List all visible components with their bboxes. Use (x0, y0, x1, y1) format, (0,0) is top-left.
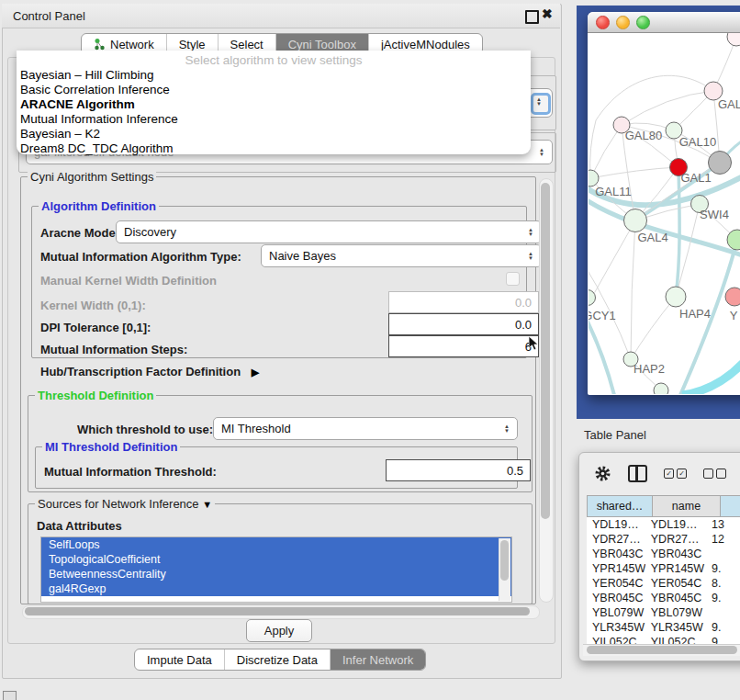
gear-icon[interactable] (594, 465, 611, 482)
minimize-traffic-light-icon[interactable] (616, 16, 630, 29)
kernel-width-label: Kernel Width (0,1): (40, 299, 146, 312)
column-header[interactable]: shared… (587, 495, 653, 517)
aracne-mode-label: Aracne Mode: (40, 226, 119, 240)
network-edge[interactable] (631, 297, 676, 359)
apply-button[interactable]: Apply (246, 619, 312, 642)
network-canvas[interactable]: GALGAL80GAL10GAL1GAL11SWI4GAL4GCY1HAP4YH… (589, 33, 740, 394)
threshold-definition-label: Threshold Definition (35, 389, 156, 402)
sources-expander[interactable]: Sources for Network Inference ▼ (35, 497, 215, 511)
algorithm-combobox-arrows[interactable]: ▲▼ (531, 93, 551, 115)
scrollbar-thumb[interactable] (541, 183, 550, 519)
network-node-salmon-node[interactable] (725, 288, 740, 306)
network-node-label: GAL (718, 97, 740, 111)
network-view-window[interactable]: GALGAL80GAL10GAL1GAL11SWI4GAL4GCY1HAP4YH… (588, 12, 740, 395)
mi-steps-field[interactable]: 6 (388, 335, 539, 357)
spinner-arrows-icon: ▲▼ (528, 252, 533, 261)
which-threshold-combobox[interactable]: MI Threshold ▲▼ (213, 417, 518, 440)
table-row[interactable]: YLR345WYLR345W9. (587, 620, 740, 635)
algorithm-option[interactable]: Mutual Information Inference (17, 112, 531, 127)
table-row[interactable]: YBL079WYBL079W (587, 605, 740, 620)
table-cell: 9. (706, 620, 740, 635)
algorithm-dropdown-popup: Select algorithm to view settings Bayesi… (17, 51, 531, 154)
dock-mini-button[interactable] (3, 691, 17, 700)
control-panel-titlebar (2, 4, 560, 28)
network-edge[interactable] (590, 125, 622, 178)
table-cell: 8. (706, 576, 740, 591)
mi-threshold-field[interactable]: 0.5 (386, 459, 531, 481)
kernel-width-field[interactable]: 0.0 (388, 291, 539, 313)
algorithm-definition-label: Algorithm Definition (39, 199, 159, 213)
mi-algorithm-type-combobox[interactable]: Naive Bayes ▲▼ (261, 244, 542, 267)
dpi-tolerance-label: DPI Tolerance [0,1]: (40, 321, 151, 334)
control-panel-title: Control Panel (13, 9, 85, 23)
tab-discretize-data[interactable]: Discretize Data (225, 649, 331, 670)
data-attributes-label: Data Attributes (37, 519, 122, 533)
dpi-tolerance-value: 0.0 (515, 318, 532, 332)
table-cell: YPR145W (645, 561, 706, 576)
which-threshold-label: Which threshold to use: (77, 423, 213, 436)
dpi-tolerance-field[interactable]: 0.0 (388, 313, 539, 335)
deselect-all-icon[interactable] (703, 469, 726, 479)
network-node-GAL4[interactable] (624, 209, 647, 232)
network-node-label: GAL11 (595, 185, 632, 198)
network-edge[interactable] (676, 167, 679, 297)
list-vertical-scrollbar[interactable] (499, 538, 510, 601)
network-node-top-partial[interactable] (727, 33, 740, 46)
spinner-arrows-icon: ▲▼ (539, 148, 544, 157)
network-edge[interactable] (596, 75, 713, 120)
scrollbar-thumb[interactable] (500, 540, 509, 581)
settings-vertical-scrollbar[interactable] (539, 178, 554, 603)
data-attribute-item[interactable]: SelfLoops (41, 537, 511, 552)
network-edge[interactable] (622, 91, 713, 125)
table-cell: YLR345W (587, 620, 645, 635)
float-window-icon[interactable] (525, 10, 539, 24)
spinner-arrows-icon: ▲▼ (528, 228, 533, 237)
tab-infer-network[interactable]: Infer Network (331, 649, 425, 670)
column-header[interactable] (721, 495, 740, 517)
network-node-label: HAP2 (633, 362, 665, 376)
close-traffic-light-icon[interactable] (596, 16, 610, 29)
network-node-bottom-small[interactable] (654, 383, 668, 394)
kernel-width-value: 0.0 (515, 296, 532, 310)
expander-right-arrow-icon: ▶ (252, 367, 259, 378)
manual-kernel-width-checkbox[interactable] (506, 272, 520, 286)
data-attribute-item[interactable]: TopologicalCoefficient (41, 552, 511, 567)
column-header[interactable]: name (653, 495, 721, 517)
algorithm-option[interactable]: Basic Correlation Inference (17, 83, 531, 97)
network-node-HAP4[interactable] (666, 287, 686, 307)
table-row[interactable]: YER054CYER054C8. (587, 576, 740, 591)
scrollbar-thumb[interactable] (587, 646, 737, 654)
select-all-icon[interactable]: ✓✓ (664, 469, 687, 479)
network-edge[interactable] (631, 220, 635, 359)
tab-impute-data[interactable]: Impute Data (135, 649, 225, 670)
data-attribute-item[interactable]: BetweennessCentrality (41, 567, 511, 581)
table-horizontal-scrollbar[interactable] (583, 644, 740, 656)
close-icon[interactable]: ✖ (542, 6, 553, 21)
table-row[interactable]: YDL19…YDL19…13 (587, 517, 740, 532)
table-row[interactable]: YBR045CYBR045C9. (587, 591, 740, 605)
aracne-mode-combobox[interactable]: Discovery ▲▼ (116, 220, 542, 243)
algorithm-option[interactable]: Bayesian – K2 (17, 127, 531, 141)
table-row[interactable]: YIL052CYIL052C9. (587, 635, 740, 644)
hub-definition-expander[interactable]: Hub/Transcription Factor Definition ▶ (40, 365, 259, 378)
spinner-arrows-icon: ▲▼ (536, 97, 548, 107)
table-cell (706, 605, 740, 620)
network-node-gray-node[interactable] (709, 152, 732, 175)
zoom-traffic-light-icon[interactable] (636, 16, 650, 29)
table-cell: YIL052C (645, 635, 706, 644)
algorithm-option[interactable]: ARACNE Algorithm (17, 97, 531, 112)
table-row[interactable]: YDR27…YDR27…12 (587, 532, 740, 547)
data-attributes-list[interactable]: SelfLoopsTopologicalCoefficientBetweenne… (40, 536, 512, 603)
columns-icon[interactable] (628, 465, 647, 482)
algorithm-option[interactable]: Dream8 DC_TDC Algorithm (17, 141, 531, 156)
network-edge[interactable] (590, 167, 678, 178)
scrollbar-thumb[interactable] (25, 607, 530, 615)
table-panel-window: ✓✓ shared…name YDL19…YDL19…13YDR27…YDR27… (578, 452, 740, 661)
table-row[interactable]: YBR043CYBR043C (587, 547, 740, 561)
table-body: YDL19…YDL19…13YDR27…YDR27…12YBR043CYBR04… (587, 517, 740, 644)
algorithm-option[interactable]: Bayesian – Hill Climbing (17, 68, 531, 83)
data-attribute-item[interactable]: gal4RGexp (41, 581, 511, 596)
table-row[interactable]: YPR145WYPR145W9. (587, 561, 740, 576)
settings-horizontal-scrollbar[interactable] (22, 605, 540, 619)
mi-steps-label: Mutual Information Steps: (40, 343, 187, 356)
